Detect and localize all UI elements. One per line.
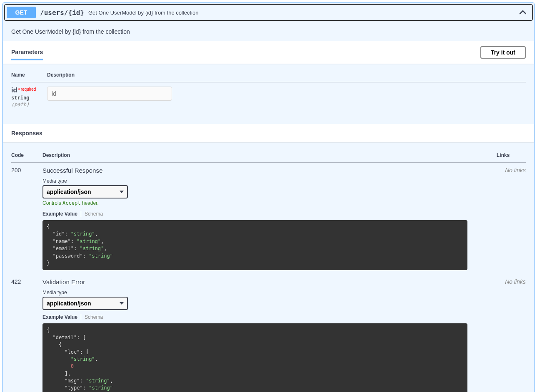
- example-schema-tabs: Example ValueSchema: [42, 210, 497, 217]
- operation-block: GET /users/{id} Get One UserModel by {id…: [2, 2, 535, 392]
- param-header-name: Name: [11, 68, 47, 82]
- tab-schema[interactable]: Schema: [85, 211, 103, 217]
- accept-header-note: Controls Accept header.: [42, 200, 497, 206]
- responses-title: Responses: [11, 130, 526, 136]
- response-code: 422: [11, 274, 42, 392]
- param-header-description: Description: [47, 68, 526, 82]
- example-code-block: { "id": "string", "name": "string", "ema…: [42, 220, 467, 270]
- response-description: Successful Response: [42, 167, 497, 174]
- media-type-label: Media type: [42, 178, 497, 184]
- example-code-block: { "detail": [ { "loc": [ "string", 0 ], …: [42, 323, 467, 392]
- response-links: No links: [497, 274, 526, 392]
- endpoint-path: /users/{id}: [36, 9, 88, 17]
- response-description: Validation Error: [42, 278, 497, 285]
- operation-body: Get One UserModel by {id} from the colle…: [3, 22, 534, 392]
- parameters-header: Parameters Try it out: [3, 41, 534, 64]
- param-input[interactable]: [47, 87, 172, 101]
- example-schema-tabs: Example ValueSchema: [42, 313, 497, 320]
- tab-example-value[interactable]: Example Value: [42, 314, 77, 320]
- try-it-out-button[interactable]: Try it out: [480, 46, 526, 59]
- param-name: id: [11, 87, 17, 94]
- response-code: 200: [11, 163, 42, 275]
- tab-schema[interactable]: Schema: [85, 314, 103, 320]
- response-links: No links: [497, 163, 526, 275]
- collapse-icon[interactable]: [515, 9, 530, 16]
- media-type-select[interactable]: application/json: [42, 185, 128, 198]
- responses-header: Responses: [3, 124, 534, 142]
- operation-summary[interactable]: GET /users/{id} Get One UserModel by {id…: [4, 4, 533, 21]
- response-header-code: Code: [11, 146, 42, 163]
- response-row: 422Validation ErrorMedia typeapplication…: [11, 274, 526, 392]
- response-header-description: Description: [42, 146, 497, 163]
- parameters-tab[interactable]: Parameters: [11, 45, 43, 60]
- media-type-label: Media type: [42, 290, 497, 295]
- parameters-table: Name Description idrequiredstring(path): [11, 68, 526, 112]
- param-in: (path): [11, 102, 47, 107]
- responses-table: Code Description Links 200Successful Res…: [11, 146, 526, 392]
- response-header-links: Links: [497, 146, 526, 163]
- tab-example-value[interactable]: Example Value: [42, 211, 77, 217]
- parameter-row: idrequiredstring(path): [11, 82, 526, 112]
- param-required-badge: required: [17, 87, 36, 92]
- response-row: 200Successful ResponseMedia typeapplicat…: [11, 163, 526, 275]
- media-type-select[interactable]: application/json: [42, 297, 128, 310]
- param-type: string: [11, 94, 47, 102]
- http-method-badge: GET: [7, 7, 36, 18]
- endpoint-summary: Get One UserModel by {id} from the colle…: [88, 10, 515, 16]
- operation-description: Get One UserModel by {id} from the colle…: [3, 22, 534, 41]
